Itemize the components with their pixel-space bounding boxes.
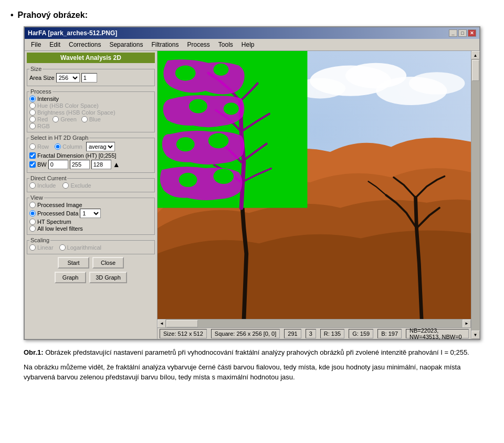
radio-green-label: Green <box>60 116 77 122</box>
fractal-checkbox[interactable] <box>29 152 36 159</box>
svg-point-7 <box>175 66 196 81</box>
bw-val3[interactable] <box>91 160 111 169</box>
minimize-button[interactable]: _ <box>449 29 457 37</box>
scrollbar-h-thumb[interactable] <box>166 320 198 327</box>
processed-image-row: Processed Image <box>29 202 152 208</box>
menu-separations[interactable]: Separations <box>105 40 147 49</box>
radio-brightness[interactable] <box>29 109 36 116</box>
direct-current-section: Direct Current Include Exclude <box>27 175 155 192</box>
radio-all-low[interactable] <box>29 225 36 232</box>
radio-exclude[interactable] <box>62 182 69 189</box>
all-low-row: All low level filters <box>29 225 152 232</box>
bw-val2[interactable] <box>70 160 90 169</box>
radio-processed-image-label: Processed Image <box>37 202 82 208</box>
radio-logarithmical[interactable] <box>59 244 66 251</box>
caption-text1: Obrázek představující nastavení parametr… <box>44 348 469 356</box>
status-r: R: 135 <box>320 329 344 338</box>
status-size: Size: 512 x 512 <box>160 329 207 338</box>
radio-include[interactable] <box>29 182 36 189</box>
radio-ht-spectrum[interactable] <box>29 219 36 225</box>
svg-point-15 <box>176 137 195 151</box>
bw-val1[interactable] <box>48 160 68 169</box>
radio-blue-label: Blue <box>89 116 101 122</box>
horizontal-scrollbar: ◄ ► <box>158 319 471 327</box>
radio-blue[interactable] <box>81 116 88 122</box>
menu-edit[interactable]: Edit <box>45 40 65 49</box>
area-size-select[interactable]: 256128512 <box>56 73 80 83</box>
maximize-button[interactable]: □ <box>458 29 467 37</box>
start-button[interactable]: Start <box>58 257 89 269</box>
radio-include-label: Include <box>37 182 56 189</box>
radio-logarithmical-label: Logarithmical <box>67 244 101 251</box>
radio-row[interactable] <box>29 143 36 150</box>
graph-row: Graph 3D Graph <box>27 272 155 283</box>
svg-point-9 <box>257 69 282 87</box>
radio-linear[interactable] <box>29 244 36 251</box>
radio-green[interactable] <box>52 116 59 122</box>
svg-point-20 <box>213 169 234 184</box>
bw-up-arrow[interactable]: ▲ <box>113 160 120 169</box>
menu-file[interactable]: File <box>27 40 45 49</box>
radio-processed-data-label: Processed Data <box>37 210 78 217</box>
menu-process[interactable]: Process <box>183 40 214 49</box>
close-button[interactable]: ✕ <box>468 29 476 37</box>
start-close-row: Start Close <box>27 257 155 269</box>
radio-processed-data[interactable] <box>29 210 36 217</box>
landscape-image <box>158 51 471 319</box>
view-num-select[interactable]: 1 <box>80 209 101 218</box>
radio-processed-image[interactable] <box>29 202 36 208</box>
scroll-down-button[interactable]: ▼ <box>471 331 480 339</box>
scroll-left-button[interactable]: ◄ <box>158 320 166 328</box>
3d-graph-button[interactable]: 3D Graph <box>89 272 127 283</box>
fractal-row: Fractal Dimension (HT) [0;255] <box>29 152 152 159</box>
area-size-row: Area Size 256128512 <box>29 73 152 83</box>
bw-checkbox[interactable] <box>29 161 36 168</box>
radio-intensity-row: Intensity <box>29 96 152 102</box>
radio-hue-label: Hue (HSB Color Space) <box>37 102 99 109</box>
menu-filtrations[interactable]: Filtrations <box>147 40 183 49</box>
svg-point-17 <box>266 131 288 147</box>
graph-button[interactable]: Graph <box>55 272 86 283</box>
svg-point-12 <box>224 102 239 115</box>
menu-corrections[interactable]: Corrections <box>65 40 105 49</box>
radio-row-label: Row <box>37 143 49 150</box>
radio-hue-row: Hue (HSB Color Space) <box>29 102 152 109</box>
radio-intensity[interactable] <box>29 96 36 102</box>
title-bar: HarFA [park_arches-512.PNG] _ □ ✕ <box>25 27 479 39</box>
radio-ht-spectrum-label: HT Spectrum <box>37 219 71 225</box>
radio-hue[interactable] <box>29 102 36 109</box>
status-g: G: 159 <box>349 329 373 338</box>
ht-section: Select in HT 2D Graph Row Column average… <box>27 135 155 173</box>
scaling-legend: Scaling <box>29 237 50 243</box>
title-bar-buttons: _ □ ✕ <box>449 29 476 37</box>
ht-spectrum-row: HT Spectrum <box>29 219 152 225</box>
direct-current-legend: Direct Current <box>29 175 67 181</box>
radio-all-low-label: All low level filters <box>37 225 83 232</box>
status-square: Square: 256 x 256 [0, 0] <box>211 329 280 338</box>
scrollbar-v-thumb[interactable] <box>472 60 479 81</box>
menu-tools[interactable]: Tools <box>214 40 237 49</box>
radio-red[interactable] <box>29 116 36 122</box>
menu-bar: File Edit Corrections Separations Filtra… <box>25 39 479 51</box>
bw-row: BW ▲ <box>29 160 152 169</box>
svg-point-16 <box>208 133 229 148</box>
view-legend: View <box>29 194 44 201</box>
area-size-extra[interactable] <box>81 73 97 83</box>
radio-intensity-label: Intensity <box>37 96 59 102</box>
radio-column[interactable] <box>55 143 61 150</box>
ht-legend: Select in HT 2D Graph <box>29 135 89 141</box>
fractal-label: Fractal Dimension (HT) [0;255] <box>37 152 116 159</box>
view-section: View Processed Image Processed Data 1 HT… <box>27 194 155 235</box>
size-section: Size Area Size 256128512 <box>27 66 155 86</box>
average-select[interactable]: average <box>86 142 115 151</box>
scroll-up-button[interactable]: ▲ <box>471 51 480 59</box>
svg-point-18 <box>287 140 303 152</box>
process-legend: Process <box>29 88 52 95</box>
scroll-right-button[interactable]: ► <box>463 320 471 328</box>
radio-rgb[interactable] <box>29 123 36 129</box>
radio-rgb2-row: RGB <box>29 123 152 129</box>
close-button-panel[interactable]: Close <box>92 257 124 269</box>
radio-brightness-row: Brightness (HSB Color Space) <box>29 109 152 116</box>
radio-brightness-label: Brightness (HSB Color Space) <box>37 109 116 116</box>
menu-help[interactable]: Help <box>237 40 259 49</box>
